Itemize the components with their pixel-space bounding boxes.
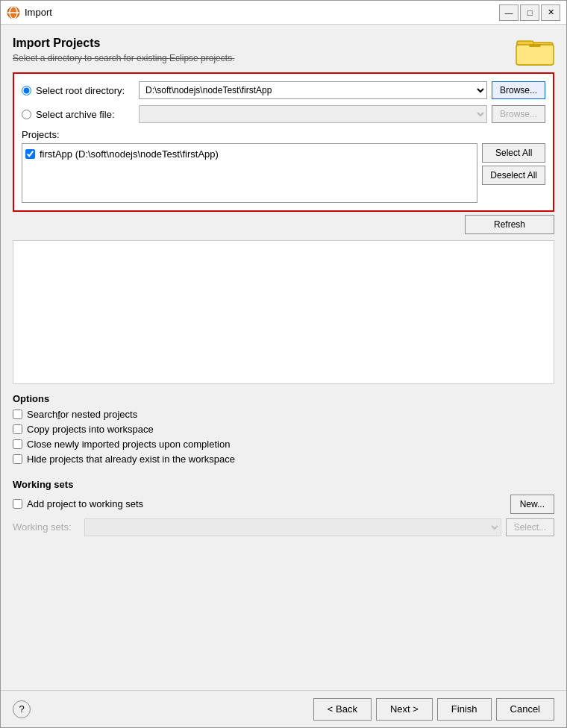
svg-rect-5 xyxy=(516,45,554,65)
dialog-content: Import Projects Select a directory to se… xyxy=(1,25,566,690)
window-icon xyxy=(7,6,20,19)
projects-label: Projects: xyxy=(22,129,545,140)
hide-label: Hide projects that already exist in the … xyxy=(27,454,235,465)
options-section: Options Searchfor nested projects Copy p… xyxy=(13,393,554,468)
ws-add-row: Add project to working sets New... xyxy=(13,495,554,514)
root-dir-browse-button[interactable]: Browse... xyxy=(492,81,545,99)
nested-label: Searchfor nested projects xyxy=(27,409,137,420)
minimize-button[interactable]: — xyxy=(499,4,519,21)
cancel-button[interactable]: Cancel xyxy=(496,698,554,721)
working-sets-section: Working sets Add project to working sets… xyxy=(13,479,554,536)
root-dir-label: Select root directory: xyxy=(36,85,133,96)
finish-button[interactable]: Finish xyxy=(437,698,492,721)
archive-file-dropdown[interactable] xyxy=(139,105,487,123)
help-button[interactable]: ? xyxy=(13,700,31,718)
folder-icon xyxy=(516,34,554,69)
checkbox-close: Close newly imported projects upon compl… xyxy=(13,439,554,450)
select-all-button[interactable]: Select All xyxy=(482,143,545,163)
project-checkbox[interactable] xyxy=(25,149,35,159)
ws-dropdown-label: Working sets: xyxy=(13,521,80,533)
archive-file-label: Select archive file: xyxy=(36,109,133,120)
next-button[interactable]: Next > xyxy=(376,698,433,721)
checkbox-hide: Hide projects that already exist in the … xyxy=(13,454,554,465)
project-name: firstApp (D:\soft\nodejs\nodeTest\firstA… xyxy=(40,148,219,160)
import-window: Import — □ ✕ Import Projects Select a di… xyxy=(0,0,567,728)
projects-area: firstApp (D:\soft\nodejs\nodeTest\firstA… xyxy=(22,143,545,203)
refresh-button[interactable]: Refresh xyxy=(465,215,554,234)
maximize-button[interactable]: □ xyxy=(520,4,539,21)
copy-checkbox[interactable] xyxy=(13,424,22,434)
page-subtitle: Select a directory to search for existin… xyxy=(13,53,508,63)
ws-add-checkbox[interactable] xyxy=(13,499,22,509)
project-item: firstApp (D:\soft\nodejs\nodeTest\firstA… xyxy=(25,147,474,161)
window-title: Import xyxy=(25,7,499,18)
page-title: Import Projects xyxy=(13,37,508,50)
bottom-bar: ? < Back Next > Finish Cancel xyxy=(1,690,566,727)
hide-checkbox[interactable] xyxy=(13,454,22,464)
root-dir-radio[interactable] xyxy=(22,86,31,95)
ws-dropdown-row: Working sets: Select... xyxy=(13,518,554,536)
selection-section: Select root directory: D:\soft\nodejs\no… xyxy=(13,72,554,212)
close-label: Close newly imported projects upon compl… xyxy=(27,439,230,450)
svg-rect-6 xyxy=(529,44,541,47)
ws-dropdown[interactable] xyxy=(84,518,501,536)
watermark-area xyxy=(13,542,554,685)
options-heading: Options xyxy=(13,393,554,404)
working-sets-heading: Working sets xyxy=(13,479,554,490)
projects-list: firstApp (D:\soft\nodejs\nodeTest\firstA… xyxy=(22,143,477,203)
back-button[interactable]: < Back xyxy=(313,698,372,721)
bottom-buttons: < Back Next > Finish Cancel xyxy=(313,698,554,721)
window-controls: — □ ✕ xyxy=(499,4,560,21)
close-button[interactable]: ✕ xyxy=(541,4,560,21)
ws-new-button[interactable]: New... xyxy=(510,495,554,514)
deselect-all-button[interactable]: Deselect All xyxy=(482,166,545,185)
archive-file-browse-button[interactable]: Browse... xyxy=(492,105,545,123)
nested-checkbox[interactable] xyxy=(13,410,22,419)
root-dir-row: Select root directory: D:\soft\nodejs\no… xyxy=(22,81,545,99)
close-checkbox[interactable] xyxy=(13,439,22,449)
ws-select-button[interactable]: Select... xyxy=(506,518,554,536)
archive-file-row: Select archive file: Browse... xyxy=(22,105,545,123)
projects-side-buttons: Select All Deselect All xyxy=(482,143,545,185)
copy-label: Copy projects into workspace xyxy=(27,424,154,435)
title-bar: Import — □ ✕ xyxy=(1,1,566,25)
checkbox-copy: Copy projects into workspace xyxy=(13,424,554,435)
root-dir-dropdown[interactable]: D:\soft\nodejs\nodeTest\firstApp xyxy=(139,81,487,99)
checkbox-nested: Searchfor nested projects xyxy=(13,409,554,420)
archive-file-radio[interactable] xyxy=(22,110,31,119)
empty-panel xyxy=(13,240,554,384)
ws-add-label: Add project to working sets xyxy=(27,498,143,509)
